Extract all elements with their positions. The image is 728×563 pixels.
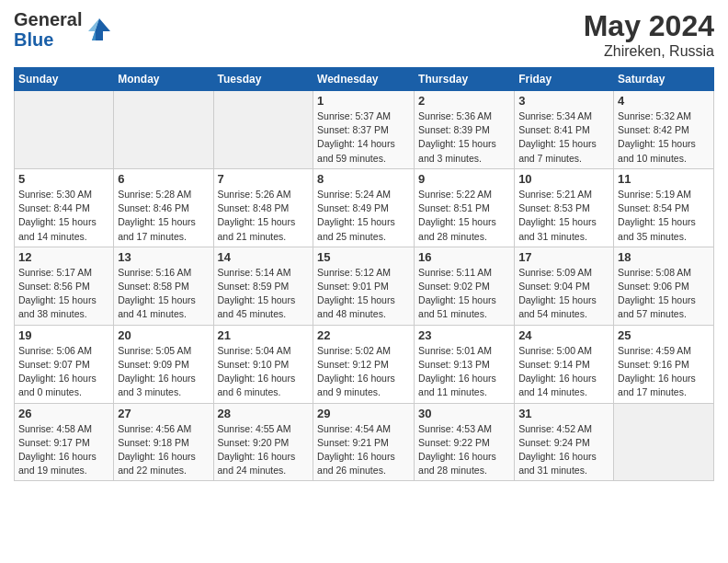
day-info: Sunrise: 4:54 AM Sunset: 9:21 PM Dayligh… bbox=[317, 422, 410, 478]
table-row: 9Sunrise: 5:22 AM Sunset: 8:51 PM Daylig… bbox=[415, 168, 515, 247]
day-info: Sunrise: 5:19 AM Sunset: 8:54 PM Dayligh… bbox=[618, 188, 710, 244]
table-row: 26Sunrise: 4:58 AM Sunset: 9:17 PM Dayli… bbox=[15, 403, 114, 481]
table-row: 15Sunrise: 5:12 AM Sunset: 9:01 PM Dayli… bbox=[313, 247, 415, 325]
day-info: Sunrise: 4:58 AM Sunset: 9:17 PM Dayligh… bbox=[18, 422, 109, 478]
calendar-week-row: 19Sunrise: 5:06 AM Sunset: 9:07 PM Dayli… bbox=[15, 325, 714, 403]
calendar-week-row: 12Sunrise: 5:17 AM Sunset: 8:56 PM Dayli… bbox=[15, 247, 714, 325]
day-info: Sunrise: 5:14 AM Sunset: 8:59 PM Dayligh… bbox=[218, 266, 310, 322]
table-row: 8Sunrise: 5:24 AM Sunset: 8:49 PM Daylig… bbox=[313, 168, 415, 247]
day-info: Sunrise: 5:24 AM Sunset: 8:49 PM Dayligh… bbox=[317, 188, 410, 244]
table-row: 28Sunrise: 4:55 AM Sunset: 9:20 PM Dayli… bbox=[213, 403, 313, 481]
day-number: 16 bbox=[418, 250, 510, 264]
table-row: 13Sunrise: 5:16 AM Sunset: 8:58 PM Dayli… bbox=[114, 247, 213, 325]
day-number: 31 bbox=[518, 407, 609, 420]
table-row: 27Sunrise: 4:56 AM Sunset: 9:18 PM Dayli… bbox=[114, 403, 213, 481]
table-row bbox=[114, 91, 213, 169]
day-info: Sunrise: 4:59 AM Sunset: 9:16 PM Dayligh… bbox=[618, 344, 710, 400]
title-block: May 2024 Zhireken, Russia bbox=[584, 9, 714, 60]
logo: General Blue bbox=[14, 9, 114, 50]
day-number: 25 bbox=[618, 328, 710, 342]
table-row: 14Sunrise: 5:14 AM Sunset: 8:59 PM Dayli… bbox=[213, 247, 313, 325]
day-number: 30 bbox=[418, 407, 510, 420]
day-number: 2 bbox=[418, 94, 510, 108]
location-subtitle: Zhireken, Russia bbox=[584, 43, 714, 60]
day-number: 13 bbox=[118, 250, 209, 264]
day-number: 7 bbox=[218, 172, 310, 186]
day-info: Sunrise: 4:55 AM Sunset: 9:20 PM Dayligh… bbox=[218, 422, 310, 478]
table-row: 17Sunrise: 5:09 AM Sunset: 9:04 PM Dayli… bbox=[515, 247, 614, 325]
day-info: Sunrise: 5:06 AM Sunset: 9:07 PM Dayligh… bbox=[18, 344, 109, 400]
day-number: 3 bbox=[518, 94, 609, 108]
calendar-week-row: 26Sunrise: 4:58 AM Sunset: 9:17 PM Dayli… bbox=[15, 403, 714, 481]
table-row: 25Sunrise: 4:59 AM Sunset: 9:16 PM Dayli… bbox=[614, 325, 714, 403]
logo-line2: Blue bbox=[14, 29, 82, 50]
table-row: 31Sunrise: 4:52 AM Sunset: 9:24 PM Dayli… bbox=[515, 403, 614, 481]
day-number: 10 bbox=[518, 172, 609, 186]
day-number: 26 bbox=[18, 407, 109, 420]
table-row: 1Sunrise: 5:37 AM Sunset: 8:37 PM Daylig… bbox=[313, 91, 415, 169]
day-info: Sunrise: 5:34 AM Sunset: 8:41 PM Dayligh… bbox=[518, 109, 609, 166]
day-number: 23 bbox=[418, 328, 510, 342]
day-info: Sunrise: 4:53 AM Sunset: 9:22 PM Dayligh… bbox=[418, 422, 510, 478]
col-monday: Monday bbox=[114, 68, 213, 91]
day-number: 6 bbox=[118, 172, 209, 186]
day-info: Sunrise: 5:28 AM Sunset: 8:46 PM Dayligh… bbox=[118, 188, 209, 244]
table-row: 3Sunrise: 5:34 AM Sunset: 8:41 PM Daylig… bbox=[515, 91, 614, 169]
col-thursday: Thursday bbox=[415, 68, 515, 91]
day-number: 18 bbox=[618, 250, 710, 264]
calendar-week-row: 5Sunrise: 5:30 AM Sunset: 8:44 PM Daylig… bbox=[15, 168, 714, 247]
day-info: Sunrise: 4:56 AM Sunset: 9:18 PM Dayligh… bbox=[118, 422, 209, 478]
day-number: 21 bbox=[218, 328, 310, 342]
table-row bbox=[15, 91, 114, 169]
table-row: 22Sunrise: 5:02 AM Sunset: 9:12 PM Dayli… bbox=[313, 325, 415, 403]
table-row: 16Sunrise: 5:11 AM Sunset: 9:02 PM Dayli… bbox=[415, 247, 515, 325]
day-info: Sunrise: 5:32 AM Sunset: 8:42 PM Dayligh… bbox=[618, 109, 710, 166]
day-info: Sunrise: 5:11 AM Sunset: 9:02 PM Dayligh… bbox=[418, 266, 510, 322]
day-info: Sunrise: 5:17 AM Sunset: 8:56 PM Dayligh… bbox=[18, 266, 109, 322]
table-row: 5Sunrise: 5:30 AM Sunset: 8:44 PM Daylig… bbox=[15, 168, 114, 247]
logo-line1: General bbox=[14, 9, 82, 29]
table-row: 19Sunrise: 5:06 AM Sunset: 9:07 PM Dayli… bbox=[15, 325, 114, 403]
header: General Blue May 2024 Zhireken, Russia bbox=[14, 9, 714, 60]
day-number: 28 bbox=[218, 407, 310, 420]
day-number: 14 bbox=[218, 250, 310, 264]
day-number: 4 bbox=[618, 94, 710, 108]
day-info: Sunrise: 5:02 AM Sunset: 9:12 PM Dayligh… bbox=[317, 344, 410, 400]
col-sunday: Sunday bbox=[15, 68, 114, 91]
day-info: Sunrise: 4:52 AM Sunset: 9:24 PM Dayligh… bbox=[518, 422, 609, 478]
col-saturday: Saturday bbox=[614, 68, 714, 91]
month-year-title: May 2024 bbox=[584, 9, 714, 43]
day-info: Sunrise: 5:16 AM Sunset: 8:58 PM Dayligh… bbox=[118, 266, 209, 322]
day-info: Sunrise: 5:01 AM Sunset: 9:13 PM Dayligh… bbox=[418, 344, 510, 400]
logo-content: General Blue bbox=[14, 9, 114, 50]
day-number: 12 bbox=[18, 250, 109, 264]
table-row: 20Sunrise: 5:05 AM Sunset: 9:09 PM Dayli… bbox=[114, 325, 213, 403]
day-number: 29 bbox=[317, 407, 410, 420]
day-info: Sunrise: 5:21 AM Sunset: 8:53 PM Dayligh… bbox=[518, 188, 609, 244]
table-row: 29Sunrise: 4:54 AM Sunset: 9:21 PM Dayli… bbox=[313, 403, 415, 481]
table-row: 6Sunrise: 5:28 AM Sunset: 8:46 PM Daylig… bbox=[114, 168, 213, 247]
table-row: 4Sunrise: 5:32 AM Sunset: 8:42 PM Daylig… bbox=[614, 91, 714, 169]
calendar-page: General Blue May 2024 Zhireken, Russia S… bbox=[0, 0, 728, 563]
table-row: 21Sunrise: 5:04 AM Sunset: 9:10 PM Dayli… bbox=[213, 325, 313, 403]
day-info: Sunrise: 5:22 AM Sunset: 8:51 PM Dayligh… bbox=[418, 188, 510, 244]
table-row: 11Sunrise: 5:19 AM Sunset: 8:54 PM Dayli… bbox=[614, 168, 714, 247]
logo-icon bbox=[85, 15, 114, 44]
table-row: 24Sunrise: 5:00 AM Sunset: 9:14 PM Dayli… bbox=[515, 325, 614, 403]
day-info: Sunrise: 5:37 AM Sunset: 8:37 PM Dayligh… bbox=[317, 109, 410, 166]
day-number: 17 bbox=[518, 250, 609, 264]
day-number: 24 bbox=[518, 328, 609, 342]
col-wednesday: Wednesday bbox=[313, 68, 415, 91]
col-friday: Friday bbox=[515, 68, 614, 91]
table-row: 7Sunrise: 5:26 AM Sunset: 8:48 PM Daylig… bbox=[213, 168, 313, 247]
day-number: 1 bbox=[317, 94, 410, 108]
day-info: Sunrise: 5:30 AM Sunset: 8:44 PM Dayligh… bbox=[18, 188, 109, 244]
table-row bbox=[614, 403, 714, 481]
table-row: 12Sunrise: 5:17 AM Sunset: 8:56 PM Dayli… bbox=[15, 247, 114, 325]
table-row: 2Sunrise: 5:36 AM Sunset: 8:39 PM Daylig… bbox=[415, 91, 515, 169]
day-number: 22 bbox=[317, 328, 410, 342]
day-info: Sunrise: 5:05 AM Sunset: 9:09 PM Dayligh… bbox=[118, 344, 209, 400]
day-number: 5 bbox=[18, 172, 109, 186]
table-row: 23Sunrise: 5:01 AM Sunset: 9:13 PM Dayli… bbox=[415, 325, 515, 403]
calendar-week-row: 1Sunrise: 5:37 AM Sunset: 8:37 PM Daylig… bbox=[15, 91, 714, 169]
